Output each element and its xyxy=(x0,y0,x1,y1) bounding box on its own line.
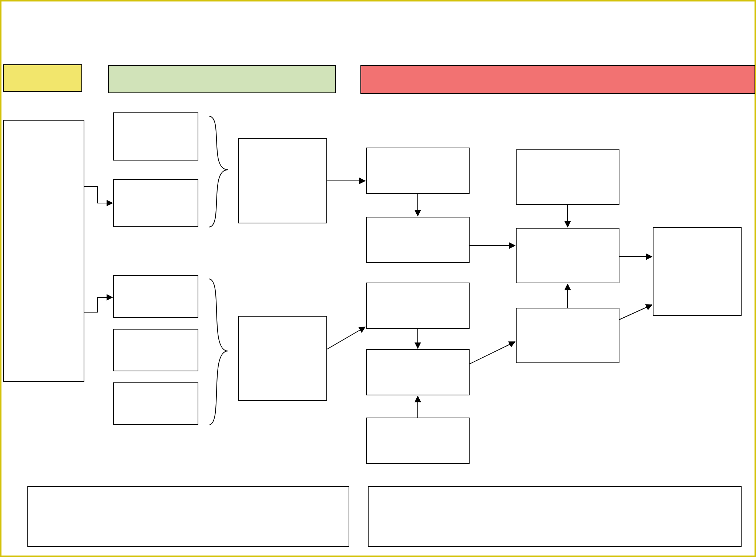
node-a2 xyxy=(113,179,198,227)
node-b3 xyxy=(113,382,198,425)
diagram-frame xyxy=(0,0,756,557)
node-gA xyxy=(238,138,327,223)
node-b1 xyxy=(113,275,198,318)
edge-c4-d3 xyxy=(470,342,515,364)
node-d3 xyxy=(516,308,619,363)
node-d1 xyxy=(516,149,619,205)
node-root xyxy=(3,120,84,382)
edge-root-b xyxy=(84,297,112,312)
node-b2 xyxy=(113,329,198,371)
header-yellow xyxy=(3,64,82,92)
node-c2 xyxy=(366,217,470,263)
header-red xyxy=(360,65,755,94)
node-c5 xyxy=(366,418,470,464)
node-foot1 xyxy=(27,486,349,547)
node-d2 xyxy=(516,228,619,283)
node-c4 xyxy=(366,349,470,395)
node-gB xyxy=(238,316,327,401)
node-c1 xyxy=(366,148,470,194)
node-foot2 xyxy=(368,486,742,547)
node-c3 xyxy=(366,283,470,329)
node-e1 xyxy=(653,227,742,316)
edge-gb-c3 xyxy=(327,327,365,349)
node-a1 xyxy=(113,112,198,161)
brace-a xyxy=(209,116,228,227)
edge-root-a xyxy=(84,186,112,203)
edge-d3-e1 xyxy=(619,305,652,320)
brace-b xyxy=(209,279,228,425)
header-green xyxy=(108,65,336,93)
